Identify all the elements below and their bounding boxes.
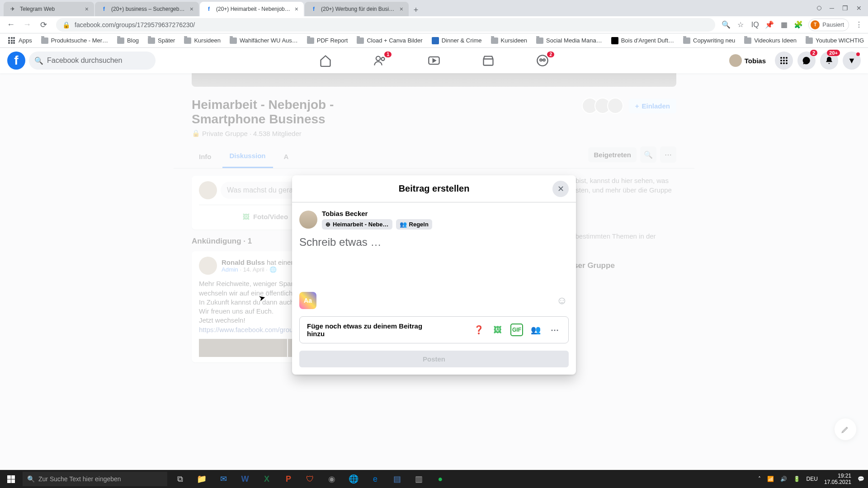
language-indicator[interactable]: DEU	[807, 476, 818, 482]
attachment-box: Füge noch etwas zu deinem Beitrag hinzu …	[299, 316, 569, 343]
nav-home[interactable]	[300, 48, 351, 73]
folder-icon	[148, 38, 155, 44]
facebook-logo[interactable]: f	[7, 52, 25, 70]
word-icon[interactable]: W	[234, 470, 256, 488]
close-icon[interactable]: ×	[85, 5, 89, 13]
post-text-input[interactable]: Schreib etwas …	[299, 236, 569, 290]
bookmark-folder[interactable]: Kursideen	[180, 35, 224, 46]
app-icon[interactable]: ▥	[408, 470, 429, 488]
tag-people-icon[interactable]: 👥	[529, 324, 542, 336]
back-button[interactable]: ←	[5, 19, 17, 31]
avatar	[729, 54, 742, 67]
menu-grid-button[interactable]	[775, 52, 793, 70]
tray-expand-icon[interactable]: ˄	[758, 476, 761, 482]
volume-icon[interactable]: 🔊	[780, 476, 787, 482]
gif-icon[interactable]: GIF	[510, 324, 523, 336]
account-indicator-icon[interactable]	[817, 6, 821, 10]
edge-icon[interactable]: e	[364, 470, 386, 488]
bookmark-folder[interactable]: PDF Report	[303, 35, 352, 46]
brave-icon[interactable]: 🛡	[299, 470, 321, 488]
taskbar-search[interactable]: 🔍 Zur Suche Text hier eingeben	[23, 472, 167, 486]
notifications-button[interactable]: 20+	[820, 52, 838, 70]
reload-button[interactable]: ⟳	[37, 19, 50, 31]
bookmark-folder[interactable]: Copywriting neu	[679, 35, 739, 46]
background-color-button[interactable]: Aa	[299, 292, 316, 309]
attach-icons: ❓ 🖼 GIF 👥 ⋯	[472, 324, 561, 336]
notifications-tray-icon[interactable]: 💬	[858, 476, 864, 482]
more-attach-icon[interactable]: ⋯	[548, 324, 561, 336]
svg-point-10	[783, 60, 785, 61]
powerpoint-icon[interactable]: P	[278, 470, 299, 488]
chrome-profile-button[interactable]: T Pausiert	[808, 19, 849, 31]
profile-chip[interactable]: Tobias	[727, 52, 770, 69]
mail-icon[interactable]: ✉	[212, 470, 234, 488]
bookmark-folder[interactable]: Später	[144, 35, 179, 46]
bookmark-item[interactable]: Bois d'Argent Duft…	[608, 35, 678, 46]
close-icon[interactable]: ×	[295, 5, 298, 13]
obs-icon[interactable]: ◉	[321, 470, 343, 488]
spotify-icon[interactable]: ●	[429, 470, 451, 488]
badge: 20+	[827, 50, 840, 56]
app-icon[interactable]: ▤	[386, 470, 408, 488]
tab-telegram[interactable]: ✈ Telegram Web ×	[4, 2, 94, 16]
bookmark-folder[interactable]: Produktsuche - Mer…	[38, 35, 112, 46]
facebook-icon: f	[100, 5, 108, 13]
post-submit-button[interactable]: Posten	[299, 351, 569, 367]
excel-icon[interactable]: X	[256, 470, 278, 488]
nav-friends[interactable]: 1	[354, 48, 405, 73]
star-bookmark-icon[interactable]: ☆	[736, 20, 745, 29]
apps-button[interactable]: Apps	[5, 35, 36, 46]
bookmark-folder[interactable]: Wahlfächer WU Aus…	[226, 35, 302, 46]
emoji-button[interactable]: ☺	[555, 294, 569, 307]
close-window-icon[interactable]: ✕	[856, 5, 862, 12]
tab-fb-group-active[interactable]: f (20+) Heimarbeit - Nebenjob - S... ×	[200, 2, 304, 16]
bookmark-item[interactable]: Dinner & Crime	[428, 35, 486, 46]
task-view-icon[interactable]: ⧉	[169, 470, 191, 488]
clock[interactable]: 19:21 17.05.2021	[824, 473, 851, 486]
facebook-search[interactable]: 🔍 Facebook durchsuchen	[29, 52, 156, 70]
close-icon[interactable]: ×	[400, 5, 403, 13]
extension-icon[interactable]: 📌	[765, 20, 774, 29]
folder-icon	[230, 38, 237, 44]
wifi-icon[interactable]: 📶	[767, 476, 774, 482]
chrome-menu-icon[interactable]: ⋮	[854, 20, 863, 29]
extension-icon[interactable]: ▦	[779, 20, 788, 29]
site-info-icon[interactable]: 🔒	[62, 21, 70, 28]
nav-marketplace[interactable]	[463, 48, 514, 73]
chrome-icon[interactable]: 🌐	[343, 470, 364, 488]
forward-button[interactable]: →	[21, 19, 33, 31]
nav-watch[interactable]	[409, 48, 459, 73]
extension-icon[interactable]: IQ	[750, 20, 760, 29]
start-button[interactable]	[0, 470, 22, 488]
qa-icon[interactable]: ❓	[472, 324, 485, 336]
battery-icon[interactable]: 🔋	[793, 476, 800, 482]
group-chip[interactable]: ⊕Heimarbeit - Nebe…	[322, 219, 392, 230]
photo-icon[interactable]: 🖼	[491, 324, 504, 336]
messenger-button[interactable]: 2	[797, 52, 816, 70]
explorer-icon[interactable]: 📁	[191, 470, 212, 488]
profile-name: Tobias	[745, 57, 766, 65]
nav-groups[interactable]: 2	[517, 48, 568, 73]
minimize-icon[interactable]: ─	[830, 5, 834, 12]
tab-fb-search[interactable]: f (20+) business – Suchergebnisse ×	[95, 2, 199, 16]
account-menu-button[interactable]: ▼	[843, 52, 861, 70]
bookmark-folder[interactable]: Videokurs Ideen	[741, 35, 800, 46]
avatar	[299, 211, 317, 229]
avatar-icon: T	[811, 20, 820, 29]
bookmark-folder[interactable]: Kursideen	[487, 35, 531, 46]
tab-title: Telegram Web	[20, 6, 81, 12]
close-icon[interactable]: ×	[190, 5, 193, 13]
bookmark-folder[interactable]: Social Media Mana…	[533, 35, 606, 46]
tab-fb-ads[interactable]: f (20+) Werbung für dein Business ×	[305, 2, 409, 16]
maximize-icon[interactable]: ❐	[842, 5, 848, 12]
url-bar[interactable]: 🔒 facebook.com/groups/1729579637276230/	[56, 18, 715, 32]
extensions-puzzle-icon[interactable]: 🧩	[794, 20, 803, 29]
svg-point-9	[780, 60, 782, 61]
new-tab-button[interactable]: +	[410, 4, 422, 16]
close-modal-button[interactable]: ✕	[552, 181, 569, 197]
rules-chip[interactable]: 👥Regeln	[396, 219, 432, 230]
bookmark-folder[interactable]: Blog	[113, 35, 142, 46]
bookmark-folder[interactable]: Cload + Canva Bilder	[353, 35, 426, 46]
search-page-icon[interactable]: 🔍	[722, 20, 731, 29]
bookmark-folder[interactable]: Youtube WICHTIG	[802, 35, 868, 46]
